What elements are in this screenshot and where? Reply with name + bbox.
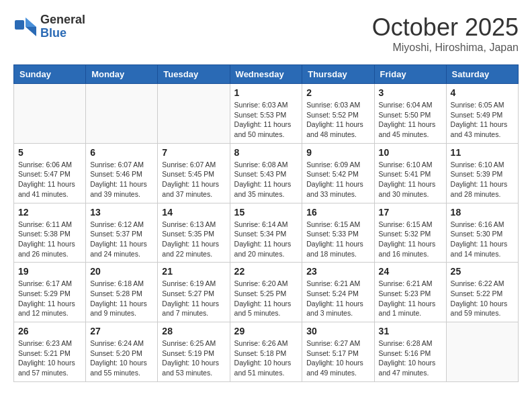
day-cell: 30Sunrise: 6:27 AM Sunset: 5:17 PM Dayli… [302, 322, 374, 382]
day-cell [86, 84, 158, 144]
day-cell: 15Sunrise: 6:14 AM Sunset: 5:34 PM Dayli… [230, 203, 302, 263]
logo-text-line2: Blue [40, 27, 85, 40]
day-number: 20 [90, 266, 153, 277]
day-number: 31 [379, 326, 442, 336]
day-cell: 31Sunrise: 6:28 AM Sunset: 5:16 PM Dayli… [374, 322, 446, 382]
day-info: Sunrise: 6:23 AM Sunset: 5:21 PM Dayligh… [18, 338, 81, 378]
week-row-5: 26Sunrise: 6:23 AM Sunset: 5:21 PM Dayli… [14, 322, 519, 382]
day-cell: 28Sunrise: 6:25 AM Sunset: 5:19 PM Dayli… [158, 322, 230, 382]
day-number: 27 [90, 326, 153, 336]
day-number: 15 [234, 207, 298, 218]
logo-icon [13, 15, 38, 39]
weekday-header-saturday: Saturday [446, 65, 518, 84]
day-cell: 13Sunrise: 6:12 AM Sunset: 5:37 PM Dayli… [86, 203, 158, 263]
day-info: Sunrise: 6:21 AM Sunset: 5:23 PM Dayligh… [379, 279, 442, 318]
day-cell: 25Sunrise: 6:22 AM Sunset: 5:22 PM Dayli… [446, 263, 518, 322]
svg-rect-0 [15, 20, 24, 30]
day-number: 30 [306, 326, 369, 336]
day-info: Sunrise: 6:14 AM Sunset: 5:34 PM Dayligh… [234, 220, 298, 259]
day-cell [158, 84, 230, 144]
day-cell: 3Sunrise: 6:04 AM Sunset: 5:50 PM Daylig… [374, 84, 446, 144]
day-cell: 7Sunrise: 6:07 AM Sunset: 5:45 PM Daylig… [158, 143, 230, 203]
day-info: Sunrise: 6:26 AM Sunset: 5:18 PM Dayligh… [234, 338, 298, 378]
day-cell: 21Sunrise: 6:19 AM Sunset: 5:27 PM Dayli… [158, 263, 230, 322]
day-number: 22 [234, 266, 298, 277]
day-number: 11 [451, 147, 514, 158]
day-info: Sunrise: 6:10 AM Sunset: 5:39 PM Dayligh… [451, 160, 514, 199]
day-cell: 19Sunrise: 6:17 AM Sunset: 5:29 PM Dayli… [14, 263, 86, 322]
svg-marker-1 [26, 17, 36, 27]
day-number: 16 [306, 207, 369, 218]
day-cell: 4Sunrise: 6:05 AM Sunset: 5:49 PM Daylig… [446, 84, 518, 144]
day-number: 18 [451, 207, 514, 218]
day-info: Sunrise: 6:15 AM Sunset: 5:33 PM Dayligh… [306, 220, 369, 259]
day-number: 12 [18, 207, 81, 218]
day-cell: 27Sunrise: 6:24 AM Sunset: 5:20 PM Dayli… [86, 322, 158, 382]
page-header: General Blue October 2025 Miyoshi, Hiros… [13, 13, 519, 54]
weekday-header-row: SundayMondayTuesdayWednesdayThursdayFrid… [14, 65, 519, 84]
logo: General Blue [13, 13, 85, 40]
day-info: Sunrise: 6:24 AM Sunset: 5:20 PM Dayligh… [90, 338, 153, 378]
logo-text-line1: General [40, 13, 85, 27]
day-info: Sunrise: 6:13 AM Sunset: 5:35 PM Dayligh… [162, 220, 225, 259]
day-info: Sunrise: 6:07 AM Sunset: 5:45 PM Dayligh… [162, 160, 225, 199]
weekday-header-monday: Monday [86, 65, 158, 84]
day-info: Sunrise: 6:16 AM Sunset: 5:30 PM Dayligh… [451, 220, 514, 259]
day-cell: 2Sunrise: 6:03 AM Sunset: 5:52 PM Daylig… [302, 84, 374, 144]
day-info: Sunrise: 6:09 AM Sunset: 5:42 PM Dayligh… [306, 160, 369, 199]
day-info: Sunrise: 6:04 AM Sunset: 5:50 PM Dayligh… [379, 100, 442, 140]
day-info: Sunrise: 6:03 AM Sunset: 5:52 PM Dayligh… [306, 100, 369, 140]
day-cell: 11Sunrise: 6:10 AM Sunset: 5:39 PM Dayli… [446, 143, 518, 203]
day-cell: 1Sunrise: 6:03 AM Sunset: 5:53 PM Daylig… [230, 84, 302, 144]
weekday-header-sunday: Sunday [14, 65, 86, 84]
day-info: Sunrise: 6:27 AM Sunset: 5:17 PM Dayligh… [306, 338, 369, 378]
day-number: 5 [18, 147, 81, 158]
week-row-1: 1Sunrise: 6:03 AM Sunset: 5:53 PM Daylig… [14, 84, 519, 144]
week-row-3: 12Sunrise: 6:11 AM Sunset: 5:38 PM Dayli… [14, 203, 519, 263]
weekday-header-thursday: Thursday [302, 65, 374, 84]
day-info: Sunrise: 6:07 AM Sunset: 5:46 PM Dayligh… [90, 160, 153, 199]
day-number: 8 [234, 147, 298, 158]
day-cell [14, 84, 86, 144]
day-number: 14 [162, 207, 225, 218]
day-info: Sunrise: 6:15 AM Sunset: 5:32 PM Dayligh… [379, 220, 442, 259]
day-number: 2 [306, 87, 369, 98]
day-cell: 29Sunrise: 6:26 AM Sunset: 5:18 PM Dayli… [230, 322, 302, 382]
day-info: Sunrise: 6:08 AM Sunset: 5:43 PM Dayligh… [234, 160, 298, 199]
day-number: 25 [451, 266, 514, 277]
day-cell: 10Sunrise: 6:10 AM Sunset: 5:41 PM Dayli… [374, 143, 446, 203]
day-cell: 24Sunrise: 6:21 AM Sunset: 5:23 PM Dayli… [374, 263, 446, 322]
day-cell: 22Sunrise: 6:20 AM Sunset: 5:25 PM Dayli… [230, 263, 302, 322]
day-cell: 14Sunrise: 6:13 AM Sunset: 5:35 PM Dayli… [158, 203, 230, 263]
day-number: 10 [379, 147, 442, 158]
calendar: SundayMondayTuesdayWednesdayThursdayFrid… [13, 64, 519, 382]
svg-marker-2 [26, 27, 36, 36]
day-cell: 8Sunrise: 6:08 AM Sunset: 5:43 PM Daylig… [230, 143, 302, 203]
day-info: Sunrise: 6:03 AM Sunset: 5:53 PM Dayligh… [234, 100, 298, 140]
day-info: Sunrise: 6:06 AM Sunset: 5:47 PM Dayligh… [18, 160, 81, 199]
day-cell: 9Sunrise: 6:09 AM Sunset: 5:42 PM Daylig… [302, 143, 374, 203]
day-info: Sunrise: 6:28 AM Sunset: 5:16 PM Dayligh… [379, 338, 442, 378]
day-number: 1 [234, 87, 298, 98]
day-info: Sunrise: 6:21 AM Sunset: 5:24 PM Dayligh… [306, 279, 369, 318]
day-cell: 20Sunrise: 6:18 AM Sunset: 5:28 PM Dayli… [86, 263, 158, 322]
day-number: 21 [162, 266, 225, 277]
day-number: 28 [162, 326, 225, 336]
day-info: Sunrise: 6:20 AM Sunset: 5:25 PM Dayligh… [234, 279, 298, 318]
location: Miyoshi, Hiroshima, Japan [372, 42, 519, 54]
day-cell: 12Sunrise: 6:11 AM Sunset: 5:38 PM Dayli… [14, 203, 86, 263]
day-number: 29 [234, 326, 298, 336]
day-cell: 16Sunrise: 6:15 AM Sunset: 5:33 PM Dayli… [302, 203, 374, 263]
day-number: 23 [306, 266, 369, 277]
day-cell: 17Sunrise: 6:15 AM Sunset: 5:32 PM Dayli… [374, 203, 446, 263]
day-number: 17 [379, 207, 442, 218]
day-info: Sunrise: 6:11 AM Sunset: 5:38 PM Dayligh… [18, 220, 81, 259]
weekday-header-friday: Friday [374, 65, 446, 84]
day-number: 24 [379, 266, 442, 277]
day-info: Sunrise: 6:18 AM Sunset: 5:28 PM Dayligh… [90, 279, 153, 318]
day-number: 7 [162, 147, 225, 158]
day-number: 26 [18, 326, 81, 336]
month-title: October 2025 [372, 13, 519, 42]
day-number: 6 [90, 147, 153, 158]
day-cell: 23Sunrise: 6:21 AM Sunset: 5:24 PM Dayli… [302, 263, 374, 322]
